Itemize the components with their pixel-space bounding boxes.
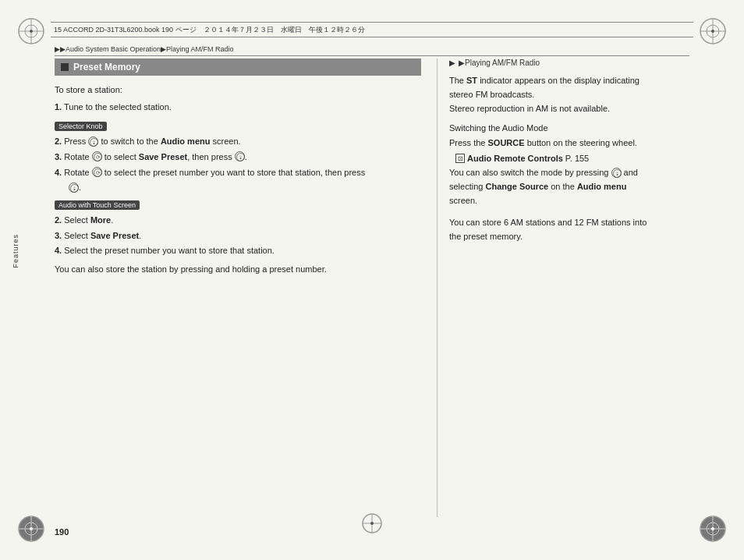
right-column: ▶ ▶Playing AM/FM Radio The ST indicator … [437, 58, 689, 517]
svg-point-28 [71, 184, 79, 192]
corner-decoration-bl [16, 513, 47, 544]
right-section3: You can store 6 AM stations and 12 FM st… [449, 215, 689, 243]
svg-point-19 [711, 527, 714, 530]
right-section2: Press the SOURCE button on the steering … [449, 136, 689, 207]
touch-step-2: 2. Select More. [55, 213, 421, 228]
svg-point-14 [30, 527, 33, 530]
right-column-header: ▶ ▶Playing AM/FM Radio [449, 58, 689, 67]
right-section2-header: Switching the Audio Mode [449, 123, 689, 133]
touch-screen-badge: Audio with Touch Screen [55, 200, 140, 210]
right-section1: The ST indicator appears on the display … [449, 73, 689, 115]
side-label: Features [12, 234, 19, 268]
section-header: Preset Memory [55, 58, 421, 76]
corner-decoration-tr [697, 16, 728, 47]
main-content: Preset Memory To store a station: 1. Tun… [55, 58, 689, 517]
page-number: 190 [55, 527, 69, 537]
footer-text: You can also store the station by pressi… [55, 263, 421, 277]
step-1-label: 1. Tune to the selected station. [55, 102, 172, 112]
svg-point-35 [370, 522, 374, 525]
svg-point-20 [90, 138, 98, 146]
svg-text:⟳: ⟳ [95, 170, 100, 175]
audio-remote-icon: ⊡ [455, 154, 465, 163]
touch-steps: 2. Select More. 3. Select Save Preset. 4… [55, 213, 421, 258]
right-header-icon: ▶ [449, 58, 455, 67]
top-bar: 15 ACCORD 2D-31T3L6200.book 190 ページ ２０１４… [51, 22, 693, 37]
knob-steps: 2. Press to switch to the Audio menu scr… [55, 134, 421, 195]
section-header-icon [61, 63, 69, 71]
knob-step-2: 2. Press to switch to the Audio menu scr… [55, 134, 421, 149]
touch-step-4: 4. Select the preset number you want to … [55, 243, 421, 258]
svg-point-30 [613, 170, 621, 178]
corner-decoration-tl [16, 16, 47, 47]
selector-knob-badge: Selector Knob [55, 122, 107, 131]
corner-decoration-br [697, 513, 728, 544]
breadcrumb: ▶▶Audio System Basic Operation▶Playing A… [55, 45, 689, 56]
right-header-text: ▶Playing AM/FM Radio [459, 58, 540, 67]
svg-point-9 [711, 30, 714, 33]
page: 15 ACCORD 2D-31T3L6200.book 190 ページ ２０１４… [0, 0, 744, 560]
svg-text:⟳: ⟳ [95, 154, 100, 160]
svg-point-29 [74, 189, 76, 190]
svg-point-25 [239, 158, 241, 159]
intro-line1: To store a station: [55, 83, 421, 97]
left-column: Preset Memory To store a station: 1. Tun… [55, 58, 437, 517]
knob-step-4: 4. Rotate ⟳ to select the preset number … [55, 165, 421, 180]
bottom-crosshair [360, 512, 384, 537]
svg-point-4 [30, 30, 33, 33]
svg-point-31 [616, 174, 618, 175]
touch-step-3: 3. Select Save Preset. [55, 229, 421, 243]
knob-step-4-icon: . [69, 180, 421, 195]
svg-point-21 [94, 143, 95, 144]
top-bar-text: 15 ACCORD 2D-31T3L6200.book 190 ページ ２０１４… [51, 23, 368, 37]
svg-point-24 [236, 154, 244, 161]
intro-line2: 1. Tune to the selected station. [55, 101, 421, 115]
knob-step-3: 3. Rotate ⟳ to select Save Preset, then … [55, 150, 421, 165]
section-title: Preset Memory [73, 62, 140, 73]
